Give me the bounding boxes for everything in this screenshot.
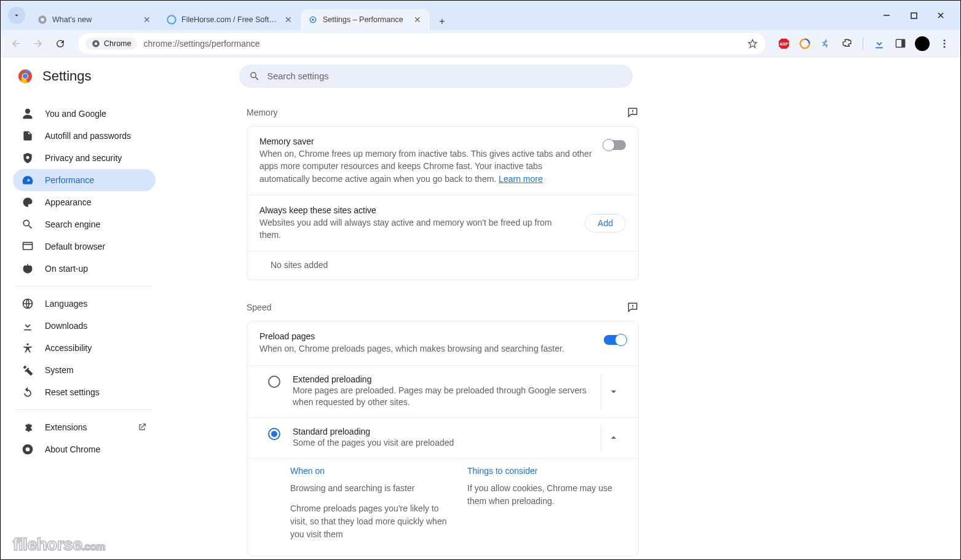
memory-saver-toggle[interactable] [604, 140, 626, 150]
gear-icon [308, 15, 318, 25]
detail-heading: Things to consider [467, 466, 626, 476]
add-site-button[interactable]: Add [585, 214, 626, 232]
extended-preloading-radio[interactable] [268, 376, 280, 388]
radio-desc: More pages are preloaded. Pages may be p… [293, 385, 601, 409]
sidebar-item-extensions[interactable]: Extensions [13, 416, 156, 438]
memory-saver-title: Memory saver [259, 136, 593, 146]
external-link-icon [137, 422, 147, 432]
chrome-icon [92, 39, 100, 48]
site-chip[interactable]: Chrome [85, 37, 137, 50]
section-title: Speed [247, 302, 271, 312]
nav-icon [22, 174, 34, 186]
extension-icon[interactable] [820, 37, 832, 50]
feedback-icon[interactable] [627, 301, 639, 314]
nav-icon [22, 386, 34, 398]
settings-page: Settings Search settings You and GoogleA… [1, 57, 960, 560]
detail-heading: When on [290, 466, 449, 476]
page-title: Settings [42, 68, 92, 84]
bookmark-star-icon[interactable] [747, 38, 758, 49]
new-tab-button[interactable]: + [433, 13, 451, 30]
nav-icon [22, 421, 34, 433]
chrome-menu-icon[interactable] [938, 37, 951, 50]
nav-label: You and Google [45, 109, 106, 119]
nav-icon [22, 196, 34, 208]
collapse-button[interactable] [601, 432, 626, 444]
svg-point-14 [944, 39, 946, 41]
svg-text:ABP: ABP [780, 41, 789, 45]
close-icon[interactable]: ✕ [413, 15, 422, 25]
nav-icon [22, 218, 34, 231]
back-button[interactable] [7, 34, 25, 53]
keep-active-title: Always keep these sites active [259, 205, 575, 215]
nav-label: Languages [45, 299, 87, 309]
sidebar-item-system[interactable]: System [13, 359, 156, 381]
browser-toolbar: Chrome chrome://settings/performance ABP [1, 30, 960, 57]
expand-button[interactable] [601, 385, 626, 398]
sidebar-item-privacy-and-security[interactable]: Privacy and security [13, 147, 156, 169]
nav-label: Privacy and security [45, 153, 122, 163]
nav-label: Reset settings [45, 387, 100, 397]
sidebar-item-languages[interactable]: Languages [13, 293, 156, 315]
maximize-button[interactable] [904, 7, 923, 24]
standard-preloading-radio[interactable] [268, 428, 280, 440]
svg-rect-13 [901, 39, 905, 47]
nav-icon [22, 262, 34, 275]
sidebar-item-reset-settings[interactable]: Reset settings [13, 381, 156, 403]
sidebar-item-accessibility[interactable]: Accessibility [13, 337, 156, 359]
learn-more-link[interactable]: Learn more [499, 174, 543, 184]
tab-settings[interactable]: Settings – Performance ✕ [301, 9, 430, 30]
window-controls [864, 7, 955, 24]
sidebar-item-on-start-up[interactable]: On start-up [13, 258, 156, 280]
detail-text: Chrome preloads pages you're likely to v… [290, 502, 449, 541]
nav-divider [15, 286, 153, 286]
radio-title: Extended preloading [293, 374, 601, 384]
address-bar[interactable]: Chrome chrome://settings/performance [78, 33, 765, 54]
svg-point-30 [632, 308, 633, 309]
sidebar-item-appearance[interactable]: Appearance [13, 191, 156, 213]
filehorse-icon [167, 15, 176, 25]
preload-details: When on Browsing and searching is faster… [247, 459, 638, 556]
profile-avatar[interactable] [915, 36, 930, 51]
sidebar-item-you-and-google[interactable]: You and Google [13, 103, 156, 125]
sidebar-item-default-browser[interactable]: Default browser [13, 235, 156, 258]
feedback-icon[interactable] [627, 106, 639, 119]
downloads-icon[interactable] [873, 37, 885, 50]
tab-filehorse[interactable]: FileHorse.com / Free Software ✕ [159, 9, 301, 30]
speed-section: Speed Preload pages When on, Chrome prel… [247, 301, 639, 556]
svg-point-26 [26, 448, 30, 452]
extensions-puzzle-icon[interactable] [840, 37, 853, 50]
chevron-down-icon [12, 11, 21, 20]
side-panel-icon[interactable] [894, 37, 906, 50]
nav-icon [22, 108, 34, 120]
tab-search-button[interactable] [8, 7, 25, 24]
svg-point-28 [632, 112, 633, 114]
minimize-button[interactable] [877, 7, 896, 24]
chevron-up-icon [607, 432, 620, 444]
chevron-down-icon [607, 385, 620, 398]
close-icon[interactable]: ✕ [283, 15, 293, 25]
separator [863, 37, 863, 50]
sidebar-item-autofill-and-passwords[interactable]: Autofill and passwords [13, 125, 156, 147]
nav-label: Accessibility [45, 343, 92, 353]
search-settings-input[interactable]: Search settings [239, 65, 633, 88]
reload-button[interactable] [51, 34, 69, 53]
sidebar-item-search-engine[interactable]: Search engine [13, 213, 156, 235]
extension-icon[interactable] [799, 37, 811, 50]
svg-point-19 [23, 74, 28, 79]
watermark: filehorse.com [13, 535, 105, 554]
preload-toggle[interactable] [604, 335, 626, 345]
url-text: chrome://settings/performance [143, 39, 747, 49]
nav-label: Appearance [45, 197, 92, 207]
nav-icon [22, 298, 34, 310]
sidebar-item-about-chrome[interactable]: About Chrome [13, 438, 156, 460]
close-window-button[interactable] [931, 7, 951, 24]
close-icon[interactable]: ✕ [142, 15, 152, 25]
nav-label: Performance [45, 175, 94, 185]
abp-extension-icon[interactable]: ABP [778, 37, 790, 50]
nav-label: Extensions [45, 422, 87, 432]
tab-whats-new[interactable]: What's new ✕ [30, 9, 159, 30]
nav-label: Autofill and passwords [45, 131, 131, 141]
forward-button[interactable] [29, 34, 47, 53]
sidebar-item-downloads[interactable]: Downloads [13, 315, 156, 337]
sidebar-item-performance[interactable]: Performance [13, 169, 156, 191]
